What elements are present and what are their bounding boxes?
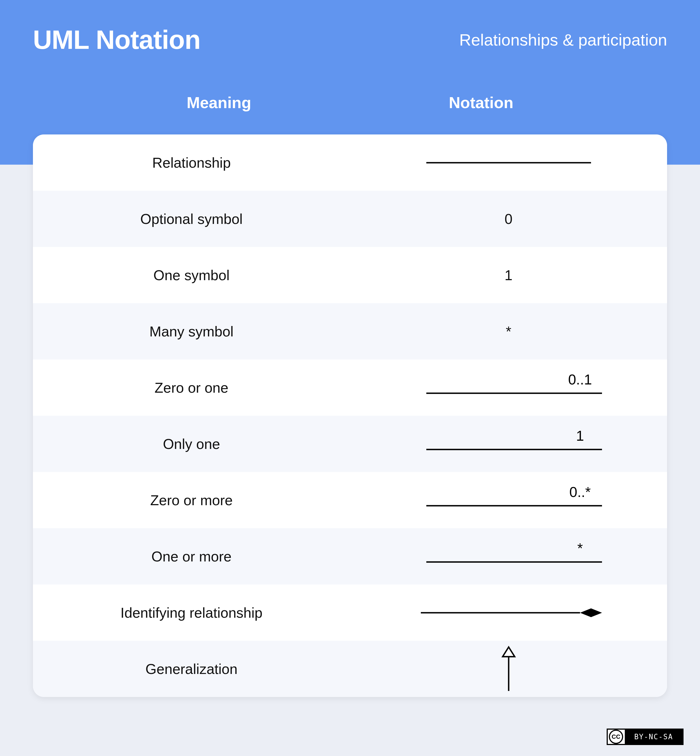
svg-marker-11 [503, 647, 515, 657]
page-title: UML Notation [33, 25, 200, 55]
svg-marker-10 [580, 608, 602, 617]
license-badge: CC BY-NC-SA [607, 729, 684, 745]
table-row: Optional symbol0 [33, 191, 667, 247]
table-row: One or more* [33, 528, 667, 585]
notation-symbol: * [506, 323, 511, 340]
line-with-label-icon: 0..* [410, 484, 608, 517]
table-row: Only one1 [33, 416, 667, 472]
table-row: Many symbol* [33, 303, 667, 360]
notation-cell: 0..1 [350, 371, 667, 404]
line-with-label-icon: * [410, 540, 608, 573]
cc-icon: CC [609, 730, 623, 744]
notation-table: RelationshipOptional symbol0One symbol1M… [33, 134, 667, 697]
arrow-up-icon [498, 646, 520, 692]
notation-cell [350, 157, 667, 168]
notation-cell: * [350, 323, 667, 340]
page-subtitle: Relationships & participation [459, 30, 667, 49]
col-header-meaning: Meaning [88, 93, 350, 112]
table-row: Relationship [33, 134, 667, 191]
license-text: BY-NC-SA [625, 730, 683, 744]
notation-cell [350, 605, 667, 621]
line-diamond-icon [410, 605, 608, 621]
meaning-cell: Identifying relationship [33, 605, 350, 621]
meaning-cell: One or more [33, 548, 350, 565]
line-with-label-icon: 1 [410, 427, 608, 460]
column-headers: Meaning Notation [33, 93, 667, 112]
notation-cell [350, 646, 667, 692]
notation-cell: 1 [350, 267, 667, 284]
svg-text:0..*: 0..* [569, 484, 591, 500]
table-row: One symbol1 [33, 247, 667, 303]
meaning-cell: Generalization [33, 661, 350, 677]
meaning-cell: Zero or one [33, 379, 350, 396]
table-row: Zero or one0..1 [33, 360, 667, 416]
notation-cell: 0 [350, 211, 667, 227]
line-with-label-icon: 0..1 [410, 371, 608, 404]
table-row: Zero or more0..* [33, 472, 667, 528]
line-icon [423, 157, 594, 168]
meaning-cell: Relationship [33, 154, 350, 171]
meaning-cell: Optional symbol [33, 211, 350, 227]
header-top: UML Notation Relationships & participati… [33, 25, 667, 55]
notation-cell: * [350, 540, 667, 573]
col-header-notation: Notation [350, 93, 612, 112]
meaning-cell: Many symbol [33, 323, 350, 340]
svg-text:1: 1 [576, 428, 584, 444]
notation-symbol: 1 [505, 267, 512, 284]
meaning-cell: Only one [33, 436, 350, 452]
notation-cell: 1 [350, 427, 667, 460]
notation-cell: 0..* [350, 484, 667, 517]
meaning-cell: One symbol [33, 267, 350, 284]
table-row: Identifying relationship [33, 585, 667, 641]
svg-text:*: * [577, 540, 583, 556]
table-row: Generalization [33, 641, 667, 697]
svg-text:0..1: 0..1 [568, 371, 592, 388]
notation-symbol: 0 [505, 211, 512, 227]
meaning-cell: Zero or more [33, 492, 350, 508]
